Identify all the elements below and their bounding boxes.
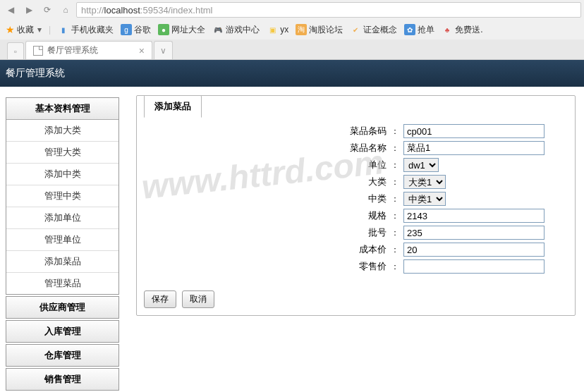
select-midcat[interactable]: 中类1 [403,192,446,206]
field-unit: 单位： dw1 [151,158,561,172]
sidebar-item-add-bigcat[interactable]: 添加大类 [6,120,118,142]
paw-icon: ✿ [404,24,415,35]
tab-title: 餐厅管理系统 [47,44,98,56]
field-cost: 成本价： [151,243,561,257]
input-barcode[interactable] [403,124,545,138]
google-icon: g [121,24,132,35]
input-name[interactable] [403,141,545,155]
back-button[interactable]: ◀ [3,3,18,17]
field-batch: 批号： [151,226,561,240]
form-body: 菜品条码： 菜品名称： 单位： dw1 大类： 大类1 中类： 中类1 [137,117,575,290]
document-icon [33,46,43,56]
sidebar-item-manage-dish[interactable]: 管理菜品 [6,273,118,294]
url-bar[interactable]: http://localhost:59534/index.html [76,2,581,18]
phone-icon: ▮ [58,24,69,35]
select-bigcat[interactable]: 大类1 [403,175,446,189]
bookmark-mobile[interactable]: ▮手机收藏夹 [58,24,114,36]
sidebar-group-sales: 销售管理 [6,368,119,391]
favorites-button[interactable]: ★收藏▾ [6,24,42,36]
tab-overflow[interactable]: ∨ [154,41,173,59]
sidebar-item-manage-midcat[interactable]: 管理中类 [6,185,118,207]
label-retail: 零售价 [151,260,391,273]
sidebar-item-add-midcat[interactable]: 添加中类 [6,164,118,185]
url-path: /index.html [169,5,213,16]
nav-toolbar: ◀ ▶ ⟳ ⌂ http://localhost:59534/index.htm… [0,0,584,20]
star-icon: ★ [6,24,15,35]
save-button[interactable]: 保存 [144,290,176,308]
bookmark-google[interactable]: g谷歌 [121,24,151,36]
select-unit[interactable]: dw1 [403,158,439,172]
sidebar-group-basic: 基本资料管理 添加大类 管理大类 添加中类 管理中类 添加单位 管理单位 添加菜… [6,97,119,295]
field-spec: 规格： [151,209,561,223]
input-cost[interactable] [403,243,545,257]
content: 添加菜品 菜品条码： 菜品名称： 单位： dw1 大类： 大类1 [123,87,584,392]
bookmark-taogu[interactable]: 淘淘股论坛 [296,24,343,36]
input-spec[interactable] [403,209,545,223]
sidebar-item-add-unit[interactable]: 添加单位 [6,207,118,229]
sidebar-header-sales[interactable]: 销售管理 [6,369,118,390]
sidebar-header-inbound[interactable]: 入库管理 [6,321,118,342]
browser-tab-active[interactable]: 餐厅管理系统 × [25,41,152,59]
bookmark-sites[interactable]: ●网址大全 [158,24,205,36]
bookmark-bar: ★收藏▾ | ▮手机收藏夹 g谷歌 ●网址大全 🎮游戏中心 ▣yx 淘淘股论坛 … [0,20,584,39]
browser-chrome: ◀ ▶ ⟳ ⌂ http://localhost:59534/index.htm… [0,0,584,60]
label-barcode: 菜品条码 [151,125,391,137]
field-midcat: 中类： 中类1 [151,192,561,206]
sidebar-group-warehouse: 仓库管理 [6,344,119,367]
sidebar-item-manage-unit[interactable]: 管理单位 [6,229,118,251]
input-retail[interactable] [403,259,545,274]
sidebar-group-supplier: 供应商管理 [6,296,119,319]
forward-button[interactable]: ▶ [21,3,37,17]
main-area: 基本资料管理 添加大类 管理大类 添加中类 管理中类 添加单位 管理单位 添加菜… [0,87,584,392]
label-bigcat: 大类 [151,176,391,188]
gamepad-icon: 🎮 [212,24,224,35]
sidebar-item-manage-bigcat[interactable]: 管理大类 [6,142,118,164]
field-retail: 零售价： [151,259,561,274]
globe-icon: ● [158,24,169,35]
field-bigcat: 大类： 大类1 [151,175,561,189]
close-icon[interactable]: × [139,45,145,56]
sidebar-header-warehouse[interactable]: 仓库管理 [6,345,118,366]
button-row: 保存 取消 [137,290,575,315]
label-midcat: 中类 [151,192,391,205]
sidebar: 基本资料管理 添加大类 管理大类 添加中类 管理中类 添加单位 管理单位 添加菜… [0,87,123,392]
tao-icon: 淘 [296,24,307,35]
gift-icon: ♣ [442,24,453,35]
new-tab-button[interactable]: ▫ [7,42,24,59]
cancel-button[interactable]: 取消 [182,290,214,308]
input-batch[interactable] [403,226,545,240]
content-panel: 添加菜品 菜品条码： 菜品名称： 单位： dw1 大类： 大类1 [136,95,576,316]
url-port: :59534 [140,5,169,16]
sidebar-header-basic[interactable]: 基本资料管理 [6,98,118,120]
field-name: 菜品名称： [151,141,561,155]
field-barcode: 菜品条码： [151,124,561,138]
bookmark-zhengjin[interactable]: ✔证金概念 [350,24,397,36]
check-icon: ✔ [350,24,361,35]
sidebar-item-add-dish[interactable]: 添加菜品 [6,251,118,273]
sidebar-items-basic: 添加大类 管理大类 添加中类 管理中类 添加单位 管理单位 添加菜品 管理菜品 [6,120,118,294]
sidebar-header-supplier[interactable]: 供应商管理 [6,297,118,318]
bookmark-free[interactable]: ♣免费送. [442,24,482,36]
home-button[interactable]: ⌂ [58,3,73,17]
folder-icon: ▣ [267,24,278,35]
label-spec: 规格 [151,209,391,222]
tab-bar: ▫ 餐厅管理系统 × ∨ [0,39,584,59]
label-name: 菜品名称 [151,142,391,154]
label-batch: 批号 [151,226,391,239]
bookmark-qiangdan[interactable]: ✿抢单 [404,24,434,36]
label-unit: 单位 [151,159,391,171]
bookmark-yx[interactable]: ▣yx [267,24,288,35]
label-cost: 成本价 [151,243,391,256]
app-title: 餐厅管理系统 [6,67,65,78]
content-tab-add-dish[interactable]: 添加菜品 [144,95,202,118]
url-host: localhost [104,5,140,16]
app-header: 餐厅管理系统 [0,60,584,87]
url-prefix: http:// [81,5,104,16]
sidebar-group-inbound: 入库管理 [6,320,119,343]
bookmark-games[interactable]: 🎮游戏中心 [212,24,260,36]
refresh-button[interactable]: ⟳ [39,3,55,17]
